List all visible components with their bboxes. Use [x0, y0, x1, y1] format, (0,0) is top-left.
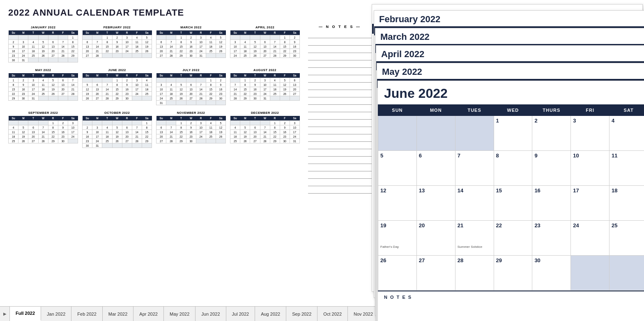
mini-cal-cell	[196, 139, 206, 143]
tab-sep-2022[interactable]: Sep 2022	[286, 307, 317, 321]
tab-full-2022[interactable]: Full 2022	[10, 307, 41, 321]
tab-jul-2022[interactable]: Jul 2022	[226, 307, 255, 321]
june-day-cell: 16	[532, 186, 571, 221]
mini-cal-title-aug: AUGUST 2022	[230, 68, 300, 72]
mini-cal-cell: 2	[9, 40, 18, 44]
mini-cal-cell: 7	[166, 40, 176, 44]
mini-cal-apr: APRIL 2022SuMTWRFSa123456789101112131415…	[230, 25, 300, 62]
mini-cal-cell: 1	[176, 121, 186, 125]
mini-cal-cell: 27	[186, 96, 196, 101]
mini-cal-header: W	[38, 30, 48, 35]
mini-cal-cell: 4	[102, 125, 112, 130]
mini-cal-cell: 12	[240, 130, 250, 134]
mini-cal-cell	[230, 121, 240, 125]
mini-cal-cell: 29	[240, 96, 250, 101]
june-date-number: 4	[612, 118, 614, 124]
mini-cal-header: T	[176, 73, 186, 78]
tab-apr-2022[interactable]: Apr 2022	[133, 307, 164, 321]
mini-cal-cell: 11	[166, 87, 176, 92]
mini-cal-cell: 9	[9, 44, 18, 49]
mini-cal-cell: 4	[206, 35, 216, 40]
mini-cal-cell: 28	[230, 96, 240, 101]
mini-cal-header: W	[112, 30, 122, 35]
notes-line	[308, 120, 372, 127]
mini-cal-cell: 13	[156, 130, 166, 134]
mini-cal-cell	[38, 58, 48, 62]
mini-cal-cell: 18	[9, 134, 18, 139]
mini-cal-cell: 17	[68, 130, 78, 134]
mini-cal-cell	[102, 78, 112, 83]
mini-cal-cell: 1	[206, 78, 216, 83]
mini-cal-cell: 28	[166, 53, 176, 58]
mini-cal-header: R	[196, 30, 206, 35]
tab-jan-2022[interactable]: Jan 2022	[41, 307, 71, 321]
mini-cal-cell: 20	[156, 49, 166, 53]
june-day-cell: 27	[416, 256, 455, 291]
mini-cal-cell: 12	[83, 87, 92, 92]
june-day-cell: 25	[610, 221, 644, 256]
notes-title: — N O T E S —	[308, 25, 372, 29]
mini-cal-cell	[186, 78, 196, 83]
mini-cal-cell: 24	[230, 53, 240, 58]
tab-may-2022[interactable]: May 2022	[164, 307, 196, 321]
mini-cal-cell: 14	[270, 44, 280, 49]
mini-cal-cell: 12	[280, 83, 290, 87]
mini-cal-header: W	[38, 116, 48, 121]
mini-cal-cell: 19	[250, 49, 260, 53]
june-day-cell: 1	[494, 116, 532, 151]
june-day-cell	[610, 256, 644, 291]
tab-nov-2022[interactable]: Nov 2022	[348, 307, 379, 321]
june-day-cell: 8	[494, 151, 532, 186]
notes-line	[308, 38, 372, 46]
notes-line	[308, 134, 372, 142]
tab-aug-2022[interactable]: Aug 2022	[255, 307, 286, 321]
mini-cal-header: M	[92, 116, 102, 121]
tab-mar-2022[interactable]: Mar 2022	[103, 307, 133, 321]
mini-cal-cell: 9	[250, 83, 260, 87]
mini-cal-cell: 25	[206, 49, 216, 53]
mini-cal-cell: 9	[112, 40, 122, 44]
tab-feb-2022[interactable]: Feb 2022	[71, 307, 102, 321]
mini-cal-cell: 26	[240, 139, 250, 143]
mini-cal-cell: 8	[206, 83, 216, 87]
mini-cal-cell: 22	[280, 49, 290, 53]
mini-cal-header: Su	[9, 116, 18, 121]
mini-cal-cell: 5	[112, 125, 122, 130]
june-col-header: SAT	[610, 105, 644, 116]
mini-cal-cell: 3	[18, 40, 28, 44]
mini-cal-cell: 2	[18, 78, 28, 83]
mini-cal-header: Su	[156, 30, 166, 35]
mini-cal-header: Su	[83, 30, 92, 35]
mini-cal-cell: 28	[38, 139, 48, 143]
june-day-cell: 24	[571, 221, 610, 256]
mini-cal-cell: 11	[206, 125, 216, 130]
mini-cal-cell: 3	[230, 40, 240, 44]
mini-cal-cell: 27	[28, 139, 38, 143]
june-date-number: 12	[380, 187, 386, 194]
tab-scroll-left[interactable]: ▶	[0, 307, 10, 321]
mini-cal-cell: 7	[92, 40, 102, 44]
tab-oct-2022[interactable]: Oct 2022	[317, 307, 348, 321]
june-col-header: SUN	[378, 105, 417, 116]
mini-cal-cell: 25	[142, 92, 152, 96]
mini-cal-cell: 4	[206, 121, 216, 125]
mini-cal-cell: 30	[18, 96, 28, 101]
mini-cal-cell: 12	[142, 40, 152, 44]
mini-cal-cell: 30	[122, 96, 132, 101]
mini-cal-cell: 6	[48, 40, 58, 44]
calendar-stack: January 2022 SUN MON TUES WED THURS FRI …	[372, 4, 644, 304]
mini-cal-cell: 11	[102, 130, 112, 134]
june-date-number: 30	[534, 257, 540, 263]
mini-cal-cell	[206, 139, 216, 143]
mini-cal-cell: 25	[9, 139, 18, 143]
june-day-cell: 13	[416, 186, 455, 221]
mini-cal-cell: 13	[28, 130, 38, 134]
mini-cal-cell: 4	[270, 78, 280, 83]
tab-jun-2022[interactable]: Jun 2022	[196, 307, 226, 321]
june-date-number: 7	[458, 152, 460, 159]
june-date-number: 15	[496, 187, 502, 194]
mini-cal-cell: 23	[18, 92, 28, 96]
mini-cal-cell: 25	[132, 49, 142, 53]
mini-cal-cell: 21	[166, 49, 176, 53]
mini-cal-cell: 1	[270, 121, 280, 125]
